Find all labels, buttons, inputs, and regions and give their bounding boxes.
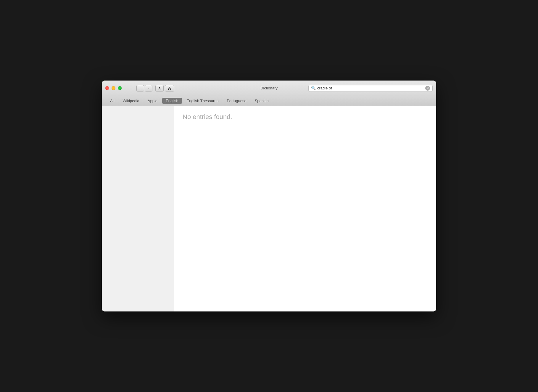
back-button[interactable]: ‹ — [136, 85, 144, 91]
tab-wikipedia[interactable]: Wikipedia — [119, 98, 143, 104]
tab-bar: All Wikipedia Apple English English Thes… — [102, 96, 436, 106]
tab-all[interactable]: All — [107, 98, 118, 104]
search-icon: 🔍 — [311, 86, 316, 90]
tab-spanish[interactable]: Spanish — [251, 98, 272, 104]
search-input[interactable] — [317, 86, 425, 90]
traffic-lights — [105, 86, 122, 90]
main-content: No entries found. — [174, 106, 436, 311]
content-area: No entries found. — [102, 106, 436, 311]
toolbar-right: 🔍 ✕ — [308, 85, 433, 92]
title-bar: ‹ › A A Dictionary 🔍 ✕ — [102, 81, 436, 96]
close-button[interactable] — [105, 86, 109, 90]
search-bar: 🔍 ✕ — [308, 85, 433, 92]
no-entries-message: No entries found. — [183, 113, 232, 121]
tab-english[interactable]: English — [162, 98, 182, 104]
font-size-controls: A A — [155, 85, 174, 91]
tab-portuguese[interactable]: Portuguese — [223, 98, 250, 104]
dictionary-window: ‹ › A A Dictionary 🔍 ✕ All Wikipedia App… — [102, 81, 436, 311]
maximize-button[interactable] — [118, 86, 122, 90]
sidebar — [102, 106, 174, 311]
minimize-button[interactable] — [112, 86, 115, 90]
forward-button[interactable]: › — [145, 85, 152, 91]
nav-buttons: ‹ › — [136, 85, 152, 91]
decrease-font-button[interactable]: A — [155, 85, 164, 91]
tab-apple[interactable]: Apple — [144, 98, 161, 104]
search-clear-button[interactable]: ✕ — [425, 86, 430, 91]
window-title: Dictionary — [260, 86, 278, 90]
increase-font-button[interactable]: A — [165, 85, 174, 91]
tab-english-thesaurus[interactable]: English Thesaurus — [183, 98, 222, 104]
